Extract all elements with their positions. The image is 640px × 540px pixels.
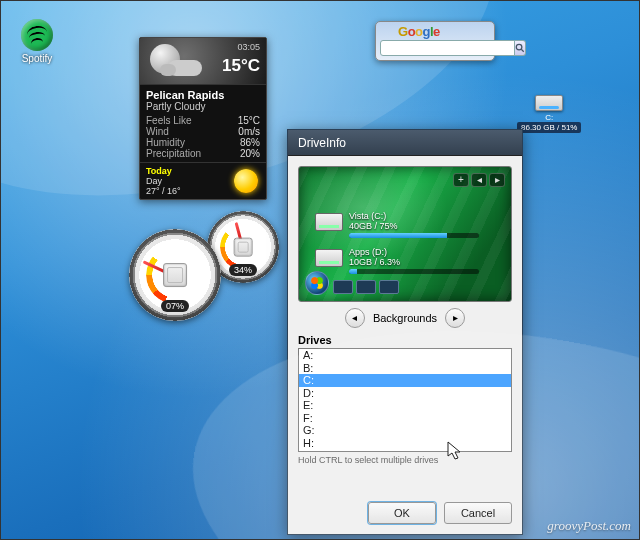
desktop-icon-label: Spotify bbox=[9, 53, 65, 64]
drive-list-item[interactable]: B: bbox=[299, 362, 511, 375]
svg-line-1 bbox=[521, 49, 524, 52]
google-gadget[interactable]: Google bbox=[375, 21, 495, 61]
ok-button[interactable]: OK bbox=[368, 502, 436, 524]
hdd-icon bbox=[315, 213, 343, 231]
weather-temp: 15°C bbox=[222, 56, 260, 76]
drive-listbox[interactable]: A:B:C:D:E:F:G:H:I:J: bbox=[298, 348, 512, 452]
preview-prev-button[interactable]: ◂ bbox=[471, 173, 487, 187]
chip-icon bbox=[163, 263, 187, 287]
weather-sky: 03:05 15°C bbox=[140, 38, 266, 84]
desktop-icon-spotify[interactable]: Spotify bbox=[9, 19, 65, 64]
gauge-large: 07% bbox=[129, 229, 221, 321]
drive-list-item[interactable]: A: bbox=[299, 349, 511, 362]
drive-mini-gadget[interactable]: C: 86.30 GB / 51% bbox=[517, 95, 581, 133]
drive-list-item[interactable]: E: bbox=[299, 399, 511, 412]
bg-prev-button[interactable]: ◂ bbox=[345, 308, 365, 328]
cancel-button[interactable]: Cancel bbox=[444, 502, 512, 524]
background-preview: + ◂ ▸ Vista (C:) 40GB / 75% Apps (D:) 10… bbox=[298, 166, 512, 302]
gauge-small-value: 34% bbox=[229, 264, 257, 276]
weather-hilo: 27° / 16° bbox=[146, 186, 181, 196]
preview-next-button[interactable]: ▸ bbox=[489, 173, 505, 187]
hdd-icon bbox=[535, 95, 563, 111]
drive-mini-tooltip: 86.30 GB / 51% bbox=[517, 122, 581, 133]
weather-location: Pelican Rapids bbox=[146, 89, 260, 101]
preview-drive-2: Apps (D:) 10GB / 6.3% bbox=[349, 247, 499, 274]
preview-add-button[interactable]: + bbox=[453, 173, 469, 187]
driveinfo-dialog: DriveInfo + ◂ ▸ Vista (C:) 40GB / 75% Ap… bbox=[287, 129, 523, 535]
svg-point-0 bbox=[516, 44, 522, 50]
bg-label: Backgrounds bbox=[373, 312, 437, 324]
watermark: groovyPost.com bbox=[547, 518, 631, 534]
bg-next-button[interactable]: ▸ bbox=[445, 308, 465, 328]
hdd-icon bbox=[315, 249, 343, 267]
weather-time: 03:05 bbox=[237, 42, 260, 52]
weather-condition: Partly Cloudy bbox=[146, 101, 260, 112]
google-search-button[interactable] bbox=[515, 40, 526, 56]
dialog-title[interactable]: DriveInfo bbox=[288, 130, 522, 156]
drive-list-item[interactable]: I: bbox=[299, 449, 511, 452]
sun-icon bbox=[234, 169, 258, 193]
cpu-meter-gadget[interactable]: 34% 07% bbox=[129, 217, 289, 327]
spotify-icon bbox=[21, 19, 53, 51]
chip-icon bbox=[234, 238, 253, 257]
weather-gadget[interactable]: 03:05 15°C Pelican Rapids Partly Cloudy … bbox=[139, 37, 267, 200]
preview-thumbnails bbox=[333, 280, 399, 294]
google-search-input[interactable] bbox=[380, 40, 515, 56]
drive-list-item[interactable]: G: bbox=[299, 424, 511, 437]
gauge-large-value: 07% bbox=[161, 300, 189, 312]
drive-list-item[interactable]: D: bbox=[299, 387, 511, 400]
drives-section-label: Drives bbox=[298, 334, 512, 346]
windows-orb-icon bbox=[305, 271, 329, 295]
cloud-icon bbox=[168, 60, 202, 76]
drives-hint: Hold CTRL to select multiple drives bbox=[298, 455, 512, 465]
drive-list-item[interactable]: C: bbox=[299, 374, 511, 387]
weather-today-label: Today bbox=[146, 166, 181, 176]
drive-list-item[interactable]: F: bbox=[299, 412, 511, 425]
drive-list-item[interactable]: H: bbox=[299, 437, 511, 450]
preview-drive-1: Vista (C:) 40GB / 75% bbox=[349, 211, 499, 238]
search-icon bbox=[515, 43, 525, 53]
google-logo: Google bbox=[380, 24, 490, 38]
